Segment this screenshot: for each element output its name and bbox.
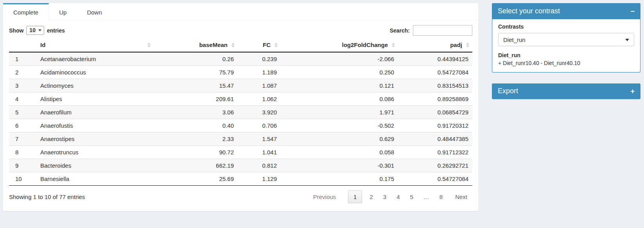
cell-baseMean: 0.26 [154, 52, 238, 66]
cell-rownum: 7 [9, 132, 36, 146]
cell-log2FoldChange: -0.301 [281, 159, 398, 172]
cell-FC: 1.062 [238, 92, 281, 106]
cell-log2FoldChange: 1.971 [281, 106, 398, 119]
column-header-label: FC [263, 42, 271, 48]
table-controls: Show 10 entries Search: [9, 25, 472, 36]
cell-baseMean: 0.40 [154, 119, 238, 132]
chevron-down-icon [38, 29, 41, 31]
contrast-panel-header: Select your contrast − [492, 3, 640, 19]
cell-Id: Actinomyces [36, 79, 154, 92]
collapse-minus-icon[interactable]: − [630, 8, 635, 15]
table-info: Showing 1 to 10 of 77 entries [9, 194, 85, 200]
cell-log2FoldChange: 0.629 [281, 132, 398, 146]
tab-complete[interactable]: Complete [3, 3, 49, 20]
page-length-prefix-label: Show [9, 27, 23, 34]
cell-padj: 0.89258869 [398, 92, 472, 106]
cell-log2FoldChange: 0.121 [281, 79, 398, 92]
cell-baseMean: 90.72 [154, 146, 238, 159]
cell-padj: 0.06854729 [398, 106, 472, 119]
cell-rownum: 1 [9, 52, 36, 66]
cell-log2FoldChange: 0.058 [281, 146, 398, 159]
cell-padj: 0.44394125 [398, 52, 472, 66]
table-row: 4Alistipes209.611.0620.0860.89258869 [9, 92, 472, 106]
cell-FC: 0.706 [238, 119, 281, 132]
page-button-1[interactable]: 1 [348, 190, 362, 203]
cell-FC: 0.239 [238, 52, 281, 66]
page-button-5[interactable]: 5 [405, 191, 418, 203]
tab-bar: CompleteUpDown [3, 3, 478, 20]
sort-both-icon [231, 43, 235, 47]
cell-FC: 3.920 [238, 106, 281, 119]
table-row: 10Barnesiella25.691.1290.1750.54727084 [9, 172, 472, 186]
page-button-8[interactable]: 8 [434, 191, 448, 203]
cell-baseMean: 15.47 [154, 79, 238, 92]
cell-padj: 0.83154513 [398, 79, 472, 92]
cell-baseMean: 25.69 [154, 172, 238, 186]
contrast-panel: Select your contrast − Contrasts Diet_ru… [492, 3, 640, 72]
cell-FC: 1.189 [238, 66, 281, 79]
contrasts-label: Contrasts [498, 24, 634, 30]
contrast-formula: + Diet_runr10.40 - Diet_runr40.10 [498, 60, 634, 66]
sort-both-icon [274, 43, 278, 47]
cell-rownum: 4 [9, 92, 36, 106]
page-button-3[interactable]: 3 [378, 191, 391, 203]
cell-log2FoldChange: 0.175 [281, 172, 398, 186]
cell-Id: Anaerofustis [36, 119, 154, 132]
cell-baseMean: 2.33 [154, 132, 238, 146]
tab-up[interactable]: Up [49, 3, 77, 20]
column-header-FC[interactable]: FC [238, 38, 281, 52]
page-length-value: 10 [29, 27, 36, 33]
contrast-panel-body: Contrasts Diet_run Diet_run + Diet_runr1… [492, 19, 640, 72]
column-header-baseMean[interactable]: baseMean [154, 38, 238, 52]
tab-down[interactable]: Down [77, 3, 112, 20]
column-header-Id[interactable]: Id [36, 38, 154, 52]
next-button[interactable]: Next [450, 191, 472, 203]
results-table-header: IdbaseMeanFClog2FoldChangepadj [9, 38, 472, 52]
results-table-body: 1Acetanaerobacterium0.260.239-2.0660.443… [9, 52, 472, 186]
cell-FC: 1.041 [238, 146, 281, 159]
cell-padj: 0.91720312 [398, 119, 472, 132]
search-input[interactable] [413, 25, 472, 36]
column-header-label: Id [40, 42, 45, 48]
cell-rownum: 6 [9, 119, 36, 132]
page-button-2[interactable]: 2 [364, 191, 378, 203]
results-box: CompleteUpDown Show 10 entries Search: I… [3, 3, 478, 211]
export-panel-header: Export + [492, 83, 640, 99]
cell-rownum: 10 [9, 172, 36, 186]
column-header-rownum [9, 38, 36, 52]
page-length-control: Show 10 entries [9, 26, 65, 35]
cell-baseMean: 209.61 [154, 92, 238, 106]
sort-both-icon [147, 43, 151, 47]
cell-Id: Alistipes [36, 92, 154, 106]
cell-rownum: 5 [9, 106, 36, 119]
column-header-label: padj [450, 42, 462, 48]
cell-baseMean: 662.19 [154, 159, 238, 172]
sidebar: Select your contrast − Contrasts Diet_ru… [492, 3, 640, 110]
cell-rownum: 2 [9, 66, 36, 79]
table-row: 8Anaerotruncus90.721.0410.0580.91712322 [9, 146, 472, 159]
column-header-padj[interactable]: padj [398, 38, 472, 52]
table-row: 2Acidaminococcus75.791.1890.2500.5472708… [9, 66, 472, 79]
column-header-label: baseMean [199, 42, 228, 48]
expand-plus-icon[interactable]: + [630, 88, 635, 95]
column-header-label: log2FoldChange [342, 42, 388, 48]
previous-button: Previous [308, 191, 341, 203]
cell-log2FoldChange: -2.066 [281, 52, 398, 66]
chevron-down-icon [625, 39, 629, 41]
cell-baseMean: 75.79 [154, 66, 238, 79]
contrast-select[interactable]: Diet_run [498, 33, 634, 46]
cell-Id: Anaerotruncus [36, 146, 154, 159]
sort-both-icon [392, 43, 395, 47]
page-length-select[interactable]: 10 [26, 26, 44, 35]
search-label: Search: [390, 27, 410, 34]
cell-Id: Anaerofilum [36, 106, 154, 119]
column-header-log2FoldChange[interactable]: log2FoldChange [281, 38, 398, 52]
table-row: 1Acetanaerobacterium0.260.239-2.0660.443… [9, 52, 472, 66]
table-row: 3Actinomyces15.471.0870.1210.83154513 [9, 79, 472, 92]
cell-FC: 1.129 [238, 172, 281, 186]
results-content: Show 10 entries Search: IdbaseMeanFClog2… [3, 20, 478, 211]
page-button-4[interactable]: 4 [391, 191, 405, 203]
cell-rownum: 3 [9, 79, 36, 92]
cell-padj: 0.91712322 [398, 146, 472, 159]
cell-baseMean: 3.06 [154, 106, 238, 119]
